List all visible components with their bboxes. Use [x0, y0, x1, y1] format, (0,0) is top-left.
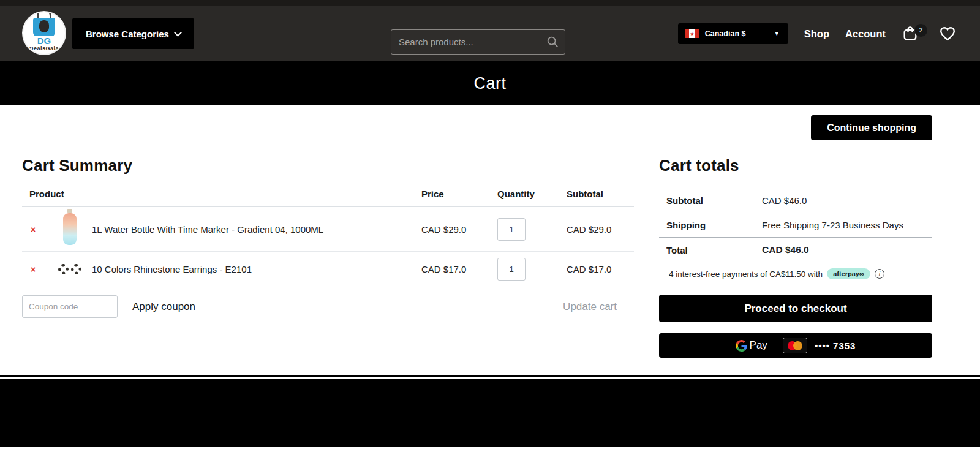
logo-circle: DG DealsGala — [23, 12, 65, 54]
column-header-quantity: Quantity — [497, 184, 567, 207]
column-header-product: Product — [22, 184, 421, 207]
total-value: CAD $46.0 — [762, 244, 809, 255]
item-subtotal: CAD $29.0 — [567, 207, 634, 252]
browse-categories-button[interactable]: Browse Categories — [72, 18, 194, 49]
column-header-subtotal: Subtotal — [567, 184, 634, 207]
info-icon[interactable]: i — [875, 269, 884, 279]
cart-items-table: Product Price Quantity Subtotal × — [22, 184, 634, 287]
dealsgala-logo[interactable]: DG DealsGala — [23, 4, 66, 58]
search-input[interactable] — [391, 29, 565, 55]
currency-dropdown-arrow-icon: ▼ — [774, 31, 780, 37]
coupon-code-input[interactable] — [22, 295, 118, 318]
currency-selector[interactable]: ★ Canadian $ ▼ — [678, 23, 788, 44]
shipping-label: Shipping — [659, 220, 762, 230]
afterpay-text: 4 interest-free payments of CA$11.50 wit… — [669, 270, 823, 279]
chevron-down-icon — [174, 29, 182, 37]
browse-categories-label: Browse Categories — [86, 29, 169, 39]
afterpay-row: 4 interest-free payments of CA$11.50 wit… — [659, 262, 932, 287]
cart-totals-section: Cart totals Subtotal CAD $46.0 Shipping … — [659, 156, 932, 358]
quantity-input[interactable] — [497, 258, 526, 281]
cart-count-badge: 2 — [914, 24, 927, 37]
remove-item-button[interactable]: × — [22, 265, 36, 274]
coupon-row: Apply coupon Update cart — [22, 295, 634, 318]
mastercard-icon — [783, 338, 807, 353]
card-last-digits: •••• 7353 — [815, 341, 856, 351]
cart-summary-title: Cart Summary — [22, 156, 634, 175]
gpay-label: Pay — [736, 339, 767, 352]
item-price: CAD $29.0 — [421, 207, 497, 252]
logo-brand-text: DealsGala — [23, 45, 65, 51]
subtotal-value: CAD $46.0 — [762, 195, 807, 206]
total-row: Total CAD $46.0 — [659, 238, 932, 262]
cart-summary-section: Cart Summary Product Price Quantity Subt… — [22, 156, 634, 358]
currency-label: Canadian $ — [705, 29, 746, 38]
main-content: Continue shopping Cart Summary Product P… — [0, 105, 980, 375]
column-header-price: Price — [421, 184, 497, 207]
google-g-icon — [736, 340, 747, 352]
top-strip — [0, 0, 980, 6]
continue-shopping-button[interactable]: Continue shopping — [811, 115, 932, 140]
proceed-to-checkout-button[interactable]: Proceed to checkout — [659, 295, 932, 322]
remove-item-button[interactable]: × — [22, 225, 36, 235]
product-name-link[interactable]: 10 Colors Rhinestone Earrings - E2101 — [92, 264, 252, 274]
apply-coupon-button[interactable]: Apply coupon — [132, 301, 195, 313]
item-subtotal: CAD $17.0 — [567, 252, 634, 287]
cart-totals-table: Subtotal CAD $46.0 Shipping Free Shippin… — [659, 189, 932, 262]
quantity-input[interactable] — [497, 218, 526, 241]
page-banner: Cart — [0, 61, 980, 105]
subtotal-row: Subtotal CAD $46.0 — [659, 189, 932, 213]
subtotal-label: Subtotal — [659, 195, 762, 206]
canada-flag-icon: ★ — [685, 29, 699, 38]
cart-item-row: × 1L Water Bottle With Time Marker - Gra… — [22, 207, 634, 252]
product-name-link[interactable]: 1L Water Bottle With Time Marker - Gradi… — [92, 224, 323, 235]
nav-link-account[interactable]: Account — [845, 28, 886, 40]
product-image-earrings[interactable] — [48, 264, 92, 274]
shipping-row: Shipping Free Shipping 7-23 Business Day… — [659, 213, 932, 238]
google-pay-button[interactable]: Pay •••• 7353 — [659, 333, 932, 358]
logo-mouse-icon — [39, 20, 49, 32]
page-title: Cart — [473, 74, 506, 93]
header-right-nav: ★ Canadian $ ▼ Shop Account 2 — [678, 6, 956, 61]
site-footer — [0, 379, 980, 447]
search-bar — [391, 29, 565, 55]
item-price: CAD $17.0 — [421, 252, 497, 287]
gpay-divider — [775, 339, 775, 352]
gpay-pay-text: Pay — [750, 339, 767, 352]
cart-totals-title: Cart totals — [659, 156, 932, 175]
total-label: Total — [659, 245, 762, 255]
cart-item-row: × 10 Colors Rhinestone Earrings - E2101 … — [22, 252, 634, 287]
wishlist-heart-icon[interactable] — [940, 26, 956, 41]
nav-link-shop[interactable]: Shop — [804, 28, 829, 40]
logo-dg-text: DG — [23, 36, 65, 46]
afterpay-logo-badge[interactable]: afterpay∞ — [827, 268, 870, 279]
cart-bag-button[interactable]: 2 — [902, 25, 922, 42]
product-image-water-bottle[interactable] — [63, 213, 77, 245]
site-header: DG DealsGala Browse Categories ★ Canadia… — [0, 6, 980, 61]
search-icon[interactable] — [546, 35, 559, 48]
update-cart-button[interactable]: Update cart — [563, 301, 617, 313]
shipping-value: Free Shipping 7-23 Business Days — [762, 220, 903, 230]
